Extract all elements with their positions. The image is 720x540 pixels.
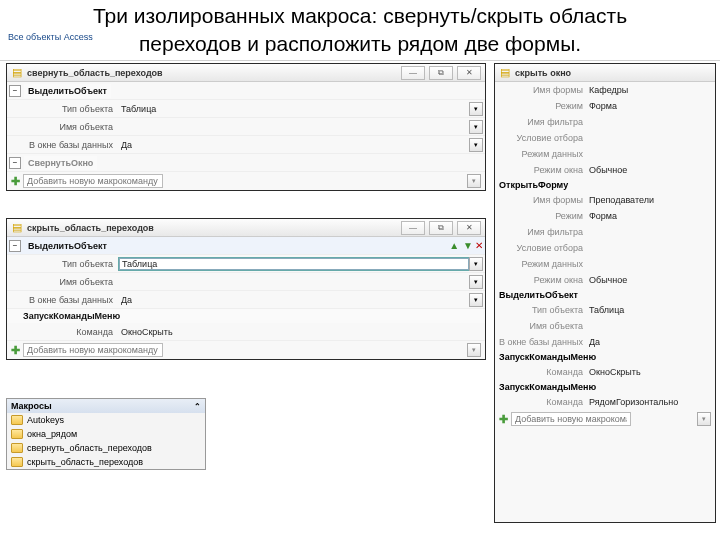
field-value[interactable]: Преподаватели [589,193,654,207]
field-value[interactable]: Кафедры [589,83,628,97]
field-label: Имя фильтра [497,225,589,239]
field-label: В окне базы данных [9,295,119,305]
property-row: Имя формыПреподаватели [495,192,715,208]
dropdown-icon[interactable]: ▾ [467,174,481,188]
restore-button[interactable]: ⧉ [429,66,453,80]
property-row: РежимФорма [495,208,715,224]
property-row: Режим окнаОбычное [495,162,715,178]
dropdown-icon[interactable]: ▾ [469,138,483,152]
field-label: Команда [9,327,119,337]
field-label: Режим окна [497,163,589,177]
plus-icon: ✚ [499,413,508,426]
field-value[interactable]: Таблица [589,303,624,317]
panel1-title: свернуть_область_переходов [27,68,397,78]
collapse-icon[interactable]: − [9,240,21,252]
nav-item[interactable]: свернуть_область_переходов [7,441,205,455]
dropdown-icon[interactable]: ▾ [469,120,483,134]
dropdown-icon[interactable]: ▾ [469,257,483,271]
add-input[interactable] [511,412,631,426]
minimize-button[interactable]: — [401,66,425,80]
field-value[interactable]: Да [119,140,469,150]
field-value[interactable]: Таблица [119,104,469,114]
nav-header[interactable]: Макросы⌃ [7,399,205,413]
nav-item[interactable]: окна_рядом [7,427,205,441]
field-value[interactable]: РядомГоризонтально [589,395,678,409]
section-label: ЗапускКомандыМеню [495,350,715,364]
dropdown-icon[interactable]: ▾ [697,412,711,426]
macro-icon [11,457,23,467]
close-button[interactable]: ✕ [457,221,481,235]
field-value[interactable]: Таблица [119,258,469,270]
property-row: Тип объектаТаблица [495,302,715,318]
restore-button[interactable]: ⧉ [429,221,453,235]
field-value[interactable]: Да [119,295,469,305]
field-label: Имя объекта [497,319,589,333]
field-value[interactable]: Обычное [589,273,627,287]
add-input[interactable] [23,174,163,188]
section-row[interactable]: − ВыделитьОбъект ▲ ▼ ✕ [7,237,485,255]
field-label: Режим [497,99,589,113]
title-l2: переходов и расположить рядом две формы. [139,32,581,55]
nav-item-label: скрыть_область_переходов [27,457,143,467]
close-button[interactable]: ✕ [457,66,481,80]
add-command[interactable]: ✚▾ [7,172,485,190]
property-row: Режим окнаОбычное [495,272,715,288]
add-command[interactable]: ✚▾ [495,410,715,428]
macro-panel-3: ▤ скрыть окно Имя формыКафедрыРежимФорма… [494,63,716,523]
add-input[interactable] [23,343,163,357]
nav-item-label: окна_рядом [27,429,77,439]
field-value[interactable]: Обычное [589,163,627,177]
field-value[interactable]: ОкноСкрыть [119,327,483,337]
macro-icon [11,429,23,439]
nav-item[interactable]: Autokeys [7,413,205,427]
field-value[interactable]: ОкноСкрыть [589,365,641,379]
collapse-icon[interactable]: − [9,85,21,97]
add-command[interactable]: ✚▾ [7,341,485,359]
field-value[interactable]: Форма [589,209,617,223]
property-row: Условие отбора [495,130,715,146]
field-label: Режим окна [497,273,589,287]
move-up-icon[interactable]: ▲ [449,240,459,251]
field-label: В окне базы данных [9,140,119,150]
nav-header-label: Макросы [11,401,52,411]
field-label: Условие отбора [497,241,589,255]
field-label: Тип объекта [9,104,119,114]
field-value[interactable]: Да [589,335,600,349]
property-row: Имя объекта [495,318,715,334]
nav-item[interactable]: скрыть_область_переходов [7,455,205,469]
field-value[interactable]: Форма [589,99,617,113]
dropdown-icon[interactable]: ▾ [467,343,481,357]
field-label: Имя объекта [9,277,119,287]
field-label: Условие отбора [497,131,589,145]
panel1-header[interactable]: ▤ свернуть_область_переходов — ⧉ ✕ [7,64,485,82]
section-label: ЗапускКомандыМеню [495,380,715,394]
delete-icon[interactable]: ✕ [475,240,483,251]
field-label: В окне базы данных [497,335,589,349]
dropdown-icon[interactable]: ▾ [469,293,483,307]
panel2-header[interactable]: ▤ скрыть_область_переходов — ⧉ ✕ [7,219,485,237]
move-down-icon[interactable]: ▼ [463,240,473,251]
minimize-button[interactable]: — [401,221,425,235]
property-row: Имя формыКафедры [495,82,715,98]
macro-icon [11,443,23,453]
section-label: ЗапускКомандыМеню [7,309,485,323]
collapse-icon[interactable]: − [9,157,21,169]
panel3-header[interactable]: ▤ скрыть окно [495,64,715,82]
nav-pane-label: Все объекты Access [8,32,93,42]
dropdown-icon[interactable]: ▾ [469,275,483,289]
field-label: Имя формы [497,193,589,207]
nav-panel: Макросы⌃ Autokeysокна_рядомсвернуть_обла… [6,398,206,470]
field-label: Режим [497,209,589,223]
macro-panel-1: ▤ свернуть_область_переходов — ⧉ ✕ − Выд… [6,63,486,191]
section-label: ВыделитьОбъект [495,288,715,302]
property-row: Имя фильтра [495,114,715,130]
panel2-title: скрыть_область_переходов [27,223,397,233]
section-label: ВыделитьОбъект [24,239,111,253]
nav-item-label: Autokeys [27,415,64,425]
collapse-icon[interactable]: ⌃ [194,402,201,411]
macro-panel-2: ▤ скрыть_область_переходов — ⧉ ✕ − Выдел… [6,218,486,360]
macro-icon: ▤ [11,67,23,79]
section-row[interactable]: − ВыделитьОбъект [7,82,485,100]
dropdown-icon[interactable]: ▾ [469,102,483,116]
property-row: Имя фильтра [495,224,715,240]
